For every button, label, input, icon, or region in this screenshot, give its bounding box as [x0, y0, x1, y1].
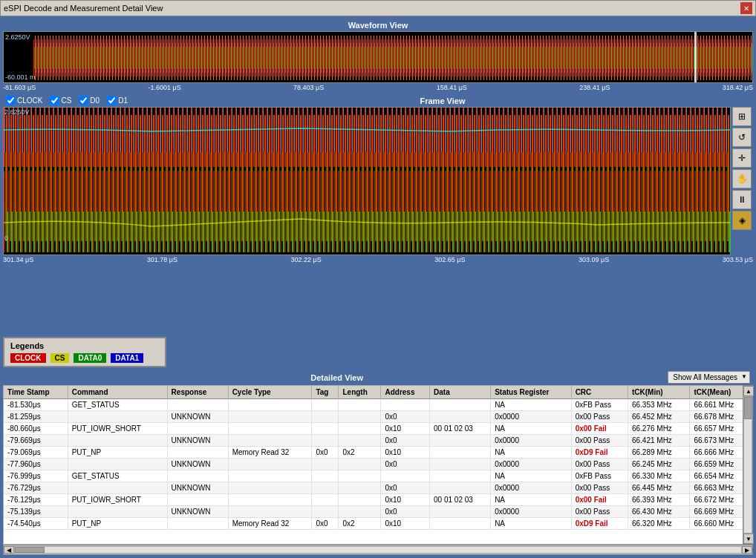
- cell-statusreg: 0x0000: [491, 459, 571, 470]
- frame-time-2: 302.22 μS: [291, 256, 322, 263]
- cell-statusreg: NA: [491, 494, 571, 506]
- close-button[interactable]: ✕: [740, 2, 752, 14]
- detailed-title: Detailed View: [6, 373, 668, 382]
- d1-checkbox[interactable]: [107, 96, 117, 105]
- scroll-thumb[interactable]: [744, 397, 752, 419]
- cell-tag: [312, 506, 339, 518]
- cell-tckmin: 66.452 MHz: [628, 411, 689, 423]
- svg-rect-5: [694, 32, 697, 83]
- cell-address: 0x0: [381, 482, 430, 494]
- cell-crc: 0x00 Fail: [571, 423, 628, 435]
- cell-tag: [312, 423, 339, 435]
- col-crc: CRC: [571, 386, 628, 399]
- waveform-y-bottom: -60.001 m: [5, 73, 36, 81]
- d1-checkbox-group[interactable]: D1: [107, 96, 128, 105]
- clock-checkbox[interactable]: [6, 96, 16, 105]
- cell-data: [430, 435, 491, 447]
- scroll-right-arrow[interactable]: ▶: [742, 546, 752, 554]
- cell-address: 0x0: [381, 411, 430, 423]
- h-scroll-track[interactable]: [14, 546, 742, 554]
- h-scroll-thumb[interactable]: [15, 547, 45, 553]
- cell-address: 0x10: [381, 518, 430, 530]
- col-address: Address: [381, 386, 430, 399]
- frame-time-labels: 301.34 μS 301.78 μS 302.22 μS 302.65 μS …: [3, 255, 753, 264]
- cell-cycletype: [228, 423, 312, 435]
- col-length: Length: [339, 386, 381, 399]
- cell-cycletype: [228, 494, 312, 506]
- legends-section: Legends CLOCK CS DATA0 DATA1: [3, 337, 166, 367]
- legend-cs: CS: [50, 353, 70, 363]
- cell-tag: [312, 399, 339, 411]
- cell-response: UNKNOWN: [167, 506, 228, 518]
- cell-tag: 0x0: [312, 447, 339, 459]
- cell-response: [167, 423, 228, 435]
- frame-time-0: 301.34 μS: [3, 256, 33, 263]
- tool-undo-btn[interactable]: ↺: [732, 128, 752, 147]
- cell-crc: 0xD9 Fail: [571, 518, 628, 530]
- tool-crosshair-btn[interactable]: ✛: [732, 148, 752, 168]
- cs-checkbox-group[interactable]: CS: [50, 96, 71, 105]
- cell-statusreg: 0x0000: [491, 506, 571, 518]
- clock-checkbox-group[interactable]: CLOCK: [6, 96, 42, 105]
- cell-length: [339, 411, 381, 423]
- cell-statusreg: 0x0000: [491, 435, 571, 447]
- cell-timestamp: -81.259μs: [4, 411, 68, 423]
- cell-address: [381, 399, 430, 411]
- cell-tag: [312, 459, 339, 470]
- cell-command: [68, 482, 167, 494]
- cell-tckmin: 66.445 MHz: [628, 482, 689, 494]
- cell-data: [430, 482, 491, 494]
- cell-tckmin: 66.276 MHz: [628, 423, 689, 435]
- frame-canvas-wrapper: 2.6250V 0: [3, 107, 753, 255]
- frame-title: Frame View: [135, 96, 750, 105]
- show-all-messages-dropdown[interactable]: Show All Messages: [668, 371, 750, 384]
- cell-timestamp: -79.069μs: [4, 447, 68, 459]
- table-row: -76.129μs PUT_IOWR_SHORT 0x10 00 01 02 0…: [4, 494, 752, 506]
- col-data: Data: [430, 386, 491, 399]
- cell-address: [381, 470, 430, 482]
- cell-cycletype: [228, 470, 312, 482]
- d0-checkbox-group[interactable]: D0: [79, 96, 100, 105]
- cell-response: [167, 447, 228, 459]
- legends-title: Legends: [10, 341, 159, 350]
- cell-cycletype: Memory Read 32: [228, 447, 312, 459]
- tool-color-btn[interactable]: ◈: [732, 211, 752, 230]
- scroll-down-arrow[interactable]: ▼: [743, 534, 754, 544]
- frame-tools: ⊞ ↺ ✛ ✋ ⏸ ◈: [732, 107, 753, 255]
- tool-pause-btn[interactable]: ⏸: [732, 190, 752, 209]
- cell-tckmin: 66.330 MHz: [628, 470, 689, 482]
- cell-length: [339, 459, 381, 470]
- waveform-time-0: -81.603 μS: [3, 84, 36, 91]
- waveform-section: Waveform View 2.6250V -60.001 m: [3, 19, 753, 92]
- tool-zoom-btn[interactable]: ⊞: [732, 107, 752, 126]
- waveform-time-labels: -81.603 μS -1.6001 μS 78.403 μS 158.41 μ…: [3, 83, 753, 92]
- cell-response: [167, 470, 228, 482]
- waveform-canvas[interactable]: 2.6250V -60.001 m: [3, 31, 753, 83]
- frame-y-top: 2.6250V: [4, 108, 30, 116]
- cs-checkbox[interactable]: [50, 96, 59, 105]
- cell-crc: 0x00 Pass: [571, 411, 628, 423]
- horizontal-scrollbar[interactable]: ◀ ▶: [3, 545, 753, 555]
- cell-command: PUT_NP: [68, 447, 167, 459]
- cell-command: [68, 411, 167, 423]
- cell-statusreg: NA: [491, 423, 571, 435]
- window-title: eSPI Decode and Measurement Detail View: [4, 4, 163, 13]
- table-container[interactable]: Time Stamp Command Response Cycle Type T…: [3, 385, 753, 545]
- frame-time-3: 302.65 μS: [434, 256, 465, 263]
- table-row: -76.999μs GET_STATUS NA 0xFB Pass 66.330…: [4, 470, 752, 482]
- frame-controls: CLOCK CS D0 D1 Frame View: [3, 94, 753, 107]
- cell-length: [339, 506, 381, 518]
- tool-pan-btn[interactable]: ✋: [732, 169, 752, 188]
- frame-section: CLOCK CS D0 D1 Frame View 2.6250V 0: [3, 94, 753, 335]
- d0-checkbox[interactable]: [79, 96, 88, 105]
- col-statusreg: Status Register: [491, 386, 571, 399]
- cell-statusreg: 0x0000: [491, 482, 571, 494]
- frame-canvas[interactable]: [3, 107, 731, 255]
- cell-cycletype: [228, 482, 312, 494]
- scroll-left-arrow[interactable]: ◀: [4, 546, 14, 554]
- scroll-up-arrow[interactable]: ▲: [743, 386, 754, 396]
- cell-timestamp: -75.139μs: [4, 506, 68, 518]
- cell-data: [430, 506, 491, 518]
- scroll-track[interactable]: [743, 396, 752, 534]
- vertical-scrollbar[interactable]: ▲ ▼: [743, 385, 753, 545]
